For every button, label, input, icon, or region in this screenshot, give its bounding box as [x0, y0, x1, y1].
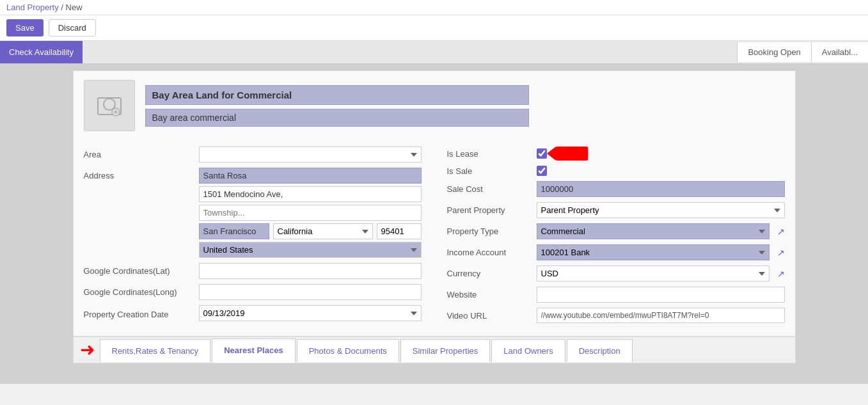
city-input[interactable]	[199, 223, 269, 239]
tab-photos[interactable]: Photos & Documents	[297, 339, 399, 362]
zip-input[interactable]	[377, 223, 422, 239]
property-type-external-link-icon[interactable]: ↗	[777, 226, 785, 237]
tab-description[interactable]: Description	[567, 339, 633, 362]
red-arrow-annotation	[556, 147, 588, 161]
currency-label: Currency	[447, 269, 530, 278]
property-titles	[145, 85, 529, 127]
city-state-zip-row: California	[199, 223, 422, 239]
is-sale-row: Is Sale	[447, 166, 785, 176]
breadcrumb-current: New	[66, 3, 83, 12]
is-lease-checkbox[interactable]	[537, 148, 547, 159]
video-url-label: Video URL	[447, 311, 530, 321]
tab-owners[interactable]: Land Owners	[491, 339, 565, 362]
tab-similar[interactable]: Similar Properties	[400, 339, 491, 362]
parent-property-row: Parent Property Parent Property	[447, 202, 785, 218]
breadcrumb-parent-link[interactable]: Land Property	[6, 3, 59, 12]
address-city-input[interactable]	[199, 168, 422, 184]
tabs-bar: ➜ Rents,Rates & Tenancy Nearest Places P…	[74, 336, 795, 363]
is-lease-row: Is Lease	[447, 147, 785, 161]
google-long-label: Google Cordinates(Long)	[84, 284, 193, 298]
country-select[interactable]: United States	[199, 242, 422, 258]
is-lease-label: Is Lease	[447, 149, 530, 159]
right-form-section: Is Lease Is Sale Sale Cost	[447, 147, 785, 323]
income-account-external-link-icon[interactable]: ↗	[777, 248, 785, 258]
is-sale-checkbox[interactable]	[537, 166, 547, 176]
availability-status-group: Booking Open Availabl...	[737, 42, 868, 62]
svg-point-0	[104, 99, 115, 110]
income-account-label: Income Account	[447, 248, 530, 257]
sale-cost-label: Sale Cost	[447, 184, 530, 194]
income-account-select[interactable]: 100201 Bank	[537, 244, 769, 260]
photo-upload[interactable]	[84, 80, 135, 131]
area-row: Area	[84, 147, 422, 163]
sale-cost-row: Sale Cost	[447, 181, 785, 197]
website-label: Website	[447, 290, 530, 299]
property-title-input[interactable]	[145, 85, 529, 105]
save-button[interactable]: Save	[6, 19, 43, 36]
property-creation-date-select[interactable]: 09/13/2019	[199, 305, 422, 321]
tab-red-arrow-annotation: ➜	[80, 341, 95, 359]
address-row: Address California Un	[84, 168, 422, 258]
button-bar: Save Discard	[0, 15, 868, 41]
address-township-input[interactable]	[199, 205, 422, 221]
main-content: Area Address Calif	[0, 64, 868, 384]
area-label: Area	[84, 147, 193, 161]
availability-bar: Check Availability Booking Open Availabl…	[0, 41, 868, 64]
google-long-input[interactable]	[199, 284, 422, 300]
parent-property-label: Parent Property	[447, 205, 530, 215]
property-subtitle-input[interactable]	[145, 109, 529, 127]
property-creation-label: Property Creation Date	[84, 306, 193, 321]
tab-rents[interactable]: Rents,Rates & Tenancy	[100, 339, 211, 362]
income-account-row: Income Account 100201 Bank ↗	[447, 244, 785, 260]
property-type-label: Property Type	[447, 226, 530, 236]
check-availability-button[interactable]: Check Availability	[0, 41, 83, 63]
property-header	[74, 71, 795, 140]
currency-row: Currency USD ↗	[447, 266, 785, 282]
currency-external-link-icon[interactable]: ↗	[777, 269, 785, 279]
tab-nearest[interactable]: Nearest Places	[212, 338, 296, 363]
google-lat-label: Google Cordinates(Lat)	[84, 263, 193, 277]
google-lat-row: Google Cordinates(Lat)	[84, 263, 422, 279]
state-select[interactable]: California	[273, 223, 373, 239]
google-long-row: Google Cordinates(Long)	[84, 284, 422, 300]
address-label: Address	[84, 168, 193, 182]
parent-property-select[interactable]: Parent Property	[537, 202, 785, 218]
video-url-input[interactable]	[537, 308, 785, 323]
property-creation-row: Property Creation Date 09/13/2019	[84, 305, 422, 321]
property-type-row: Property Type Commercial ↗	[447, 223, 785, 239]
availability-status-label: Availabl...	[812, 42, 868, 62]
video-url-row: Video URL	[447, 308, 785, 323]
google-lat-input[interactable]	[199, 263, 422, 279]
address-line2-input[interactable]	[199, 186, 422, 202]
form-card: Area Address Calif	[73, 70, 796, 363]
sale-cost-input[interactable]	[537, 181, 785, 197]
currency-select[interactable]: USD	[537, 266, 769, 282]
area-select[interactable]	[199, 147, 422, 163]
website-row: Website	[447, 287, 785, 303]
left-form-section: Area Address Calif	[84, 147, 422, 323]
breadcrumb: Land Property / New	[0, 0, 868, 15]
is-sale-label: Is Sale	[447, 166, 530, 176]
booking-open-label: Booking Open	[738, 42, 811, 62]
property-type-select[interactable]: Commercial	[537, 223, 769, 239]
form-body: Area Address Calif	[74, 140, 795, 336]
website-input[interactable]	[537, 287, 785, 303]
address-fields: California United States	[199, 168, 422, 258]
discard-button[interactable]: Discard	[49, 19, 96, 36]
